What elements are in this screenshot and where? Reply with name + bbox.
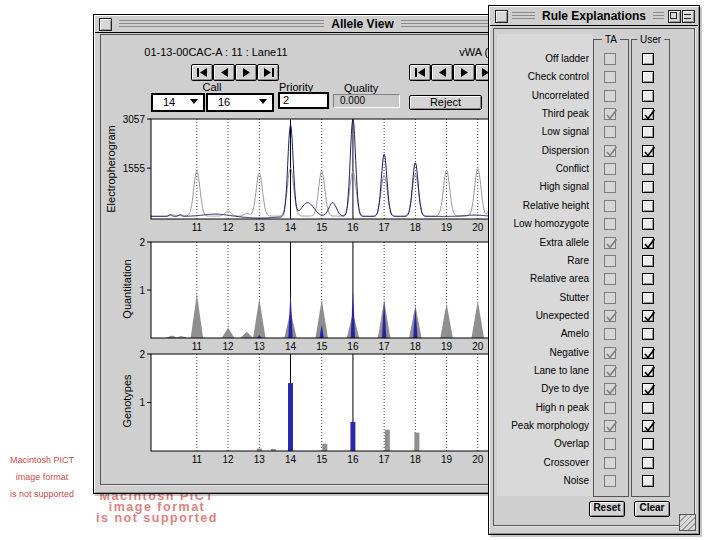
rule-row: Off ladder	[489, 50, 699, 68]
checkmark-icon	[642, 235, 656, 249]
ta-checkbox	[604, 237, 616, 249]
y-tick-label: 2	[139, 349, 145, 360]
ta-checkbox	[604, 218, 616, 230]
user-checkbox[interactable]	[642, 383, 654, 395]
genotype-bar	[322, 444, 327, 451]
rule-row: Dye to dye	[489, 380, 699, 398]
user-checkbox[interactable]	[642, 292, 654, 304]
user-checkbox[interactable]	[642, 53, 654, 65]
ta-checkbox	[604, 273, 616, 285]
rule-row: High n peak	[489, 399, 699, 417]
rule-row: Lane to lane	[489, 362, 699, 380]
rule-row: Extra allele	[489, 234, 699, 252]
x-tick-label: 14	[285, 222, 297, 233]
reset-button[interactable]: Reset	[589, 501, 625, 517]
user-checkbox[interactable]	[642, 347, 654, 359]
user-checkbox[interactable]	[642, 90, 654, 102]
checkmark-icon	[642, 308, 656, 322]
user-checkbox[interactable]	[642, 145, 654, 157]
user-checkbox[interactable]	[642, 181, 654, 193]
user-checkbox[interactable]	[642, 328, 654, 340]
rule-row: Low signal	[489, 123, 699, 141]
x-tick-label: 12	[223, 222, 235, 233]
user-checkbox[interactable]	[642, 438, 654, 450]
rule-row: Rare	[489, 252, 699, 270]
rule-row: Relative height	[489, 197, 699, 215]
quality-display: 0.000	[333, 94, 400, 108]
ta-checkbox	[604, 90, 616, 102]
next-icon	[458, 68, 471, 77]
resize-grip-icon[interactable]	[679, 514, 696, 531]
user-checkbox[interactable]	[642, 457, 654, 469]
user-checkbox[interactable]	[642, 108, 654, 120]
user-checkbox[interactable]	[642, 273, 654, 285]
prev-icon	[436, 68, 449, 77]
checkmark-icon	[604, 308, 618, 322]
ta-checkbox	[604, 347, 616, 359]
checkmark-icon	[604, 363, 618, 377]
reject-button[interactable]: Reject	[409, 95, 482, 110]
sample-nav-prev-button[interactable]	[213, 64, 235, 81]
priority-input[interactable]: 2	[278, 92, 329, 109]
ta-checkbox	[604, 163, 616, 175]
rule-label: Negative	[550, 344, 589, 362]
rule-label: Peak morphology	[511, 417, 589, 435]
checkmark-icon	[604, 418, 618, 432]
ta-checkbox	[604, 145, 616, 157]
ta-checkbox	[604, 438, 616, 450]
rule-label: Off ladder	[545, 50, 589, 68]
call-popup-2[interactable]: 16	[206, 93, 274, 112]
locus-nav-prev-button[interactable]	[431, 64, 453, 81]
genotype-bar	[288, 383, 293, 451]
user-checkbox[interactable]	[642, 218, 654, 230]
sample-nav-last-button[interactable]	[257, 64, 279, 81]
user-checkbox[interactable]	[642, 475, 654, 487]
user-checkbox[interactable]	[642, 237, 654, 249]
user-checkbox[interactable]	[642, 71, 654, 83]
sample-nav-next-button[interactable]	[235, 64, 257, 81]
rule-label: Amelo	[561, 325, 589, 343]
rule-row: High signal	[489, 178, 699, 196]
y-tick-label: 3057	[123, 114, 146, 125]
rule-row: Noise	[489, 472, 699, 490]
ta-checkbox	[604, 181, 616, 193]
user-checkbox[interactable]	[642, 402, 654, 414]
checkmark-icon	[642, 363, 656, 377]
x-tick-label: 15	[316, 222, 328, 233]
x-tick-label: 11	[192, 454, 203, 465]
rule-row: Uncorrelated	[489, 87, 699, 105]
checkmark-icon	[604, 106, 618, 120]
ta-checkbox	[604, 457, 616, 469]
rule-row: Amelo	[489, 325, 699, 343]
close-box-icon[interactable]	[99, 18, 112, 31]
user-checkbox[interactable]	[642, 255, 654, 267]
checkmark-icon	[642, 381, 656, 395]
ta-checkbox	[604, 200, 616, 212]
ta-checkbox	[604, 310, 616, 322]
pict-placeholder-line: Macintosh PICT	[2, 452, 82, 469]
user-checkbox[interactable]	[642, 126, 654, 138]
genotype-bar	[350, 422, 355, 451]
rule-label: Relative height	[523, 197, 589, 215]
rule-label: Crossover	[543, 454, 589, 472]
rule-label: Dispersion	[542, 142, 589, 160]
y-tick-label: 1	[139, 285, 145, 296]
x-tick-label: 11	[192, 222, 203, 233]
clear-button[interactable]: Clear	[634, 501, 670, 517]
locus-nav-first-button[interactable]	[409, 64, 431, 81]
sample-nav-first-button[interactable]	[191, 64, 213, 81]
user-checkbox[interactable]	[642, 200, 654, 212]
user-checkbox[interactable]	[642, 310, 654, 322]
call-popup-1[interactable]: 14	[151, 93, 205, 112]
user-checkbox[interactable]	[642, 420, 654, 432]
popup-arrow-icon	[259, 99, 267, 104]
locus-nav-next-button[interactable]	[453, 64, 475, 81]
first-icon	[196, 68, 209, 77]
x-tick-label: 20	[472, 454, 484, 465]
locus-nav-buttons	[409, 64, 499, 80]
rule-label: Extra allele	[540, 234, 589, 252]
user-checkbox[interactable]	[642, 365, 654, 377]
sample-nav-buttons	[191, 64, 281, 80]
rule-explanations-window: Rule Explanations TA User Off ladderChec…	[488, 5, 700, 535]
user-checkbox[interactable]	[642, 163, 654, 175]
